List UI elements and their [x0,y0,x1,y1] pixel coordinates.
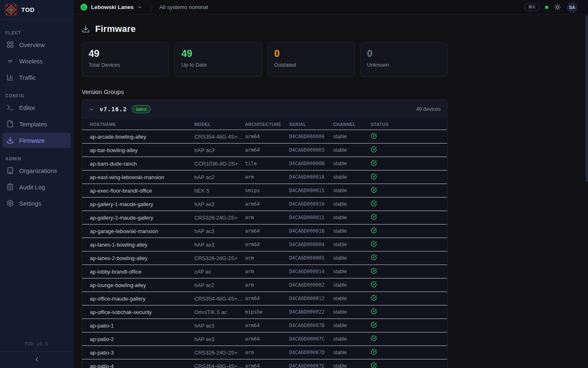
cell-serial: D4CA6D00007D [289,350,333,355]
cell-architecture: arm [245,282,289,288]
cell-status [371,349,447,357]
sidebar-item-wireless[interactable]: Wireless [2,53,71,69]
sidebar-item-overview[interactable]: Overview [2,37,71,52]
topbar-divider [151,4,151,11]
command-palette-shortcut[interactable]: ⌘K [524,3,539,11]
cell-model: hAP ac3 [194,228,245,234]
cell-serial: D4CA6D000014 [289,269,333,274]
table-row[interactable]: ap-patio-2hAP ax3arm64D4CA6D00007Cstable [82,332,447,346]
sidebar-item-settings[interactable]: Settings [2,195,71,211]
cell-architecture: arm64 [245,296,289,301]
cell-serial: D4CA6D00007E [289,363,333,368]
table-row[interactable]: ap-lounge-bowling-alleyhAP ac2armD4CA6D0… [82,278,447,292]
table-row[interactable]: ap-exec-floor-brandt-officehEX SsmipsD4C… [82,184,447,197]
theme-toggle-sun-icon[interactable] [554,4,561,11]
terminal-icon [7,104,14,111]
app-root: TOD FLEETOverviewWirelessTrafficCONFIGEd… [0,0,588,368]
sidebar-item-templates[interactable]: Templates [2,116,71,132]
table-row[interactable]: ap-patio-4CRS354-48G-4S+…arm64D4CA6D0000… [82,359,447,368]
version-group-header[interactable]: v7.16.2 latest 49 devices [82,100,447,119]
gear-icon [7,200,14,207]
sidebar-item-label: Templates [19,121,47,128]
table-row[interactable]: ap-gallery-2-maude-galleryCRS326-24G-2S+… [82,211,447,224]
cell-architecture: arm [245,215,289,220]
section-title: Version Groups [82,88,448,95]
sidebar-section-label-config: CONFIG [0,93,73,98]
cell-status [371,187,447,195]
column-header-serial: SERIAL [289,122,333,127]
table-row[interactable]: ap-garage-lebowski-mansionhAP ac3arm64D4… [82,224,447,238]
table-row[interactable]: ap-barn-dude-ranchCCR1036-8G-2S+tileD4CA… [82,157,447,170]
cell-status [371,268,447,276]
user-avatar[interactable]: SA [567,2,577,13]
org-switcher[interactable]: L Lebowski Lanes [80,4,143,11]
column-header-model: MODEL [194,122,245,127]
sidebar-item-organizations[interactable]: Organizations [2,163,71,178]
cell-model: hAP ax3 [194,242,245,248]
table-row[interactable]: ap-office-maude-galleryCRS354-48G-4S+…ar… [82,292,447,305]
scrollbar[interactable] [586,15,588,182]
column-header-channel: CHANNEL [333,122,371,127]
cell-hostname: ap-office-maude-gallery [90,296,194,302]
table-row[interactable]: ap-patio-3CRS326-24G-2S+armD4CA6D00007Ds… [82,346,447,359]
sidebar-item-label: Traffic [19,74,36,81]
sidebar-item-audit-log[interactable]: Audit Log [2,179,71,195]
cell-architecture: tile [245,161,289,166]
page-content: Firmware 49Total Devices49Up to Date0Out… [74,15,448,368]
sidebar-section-label-fleet: FLEET [0,30,73,35]
stat-value: 0 [367,48,441,60]
table-row[interactable]: ap-office-sobchak-securityOmniTIK 5 acmi… [82,305,447,319]
table-row[interactable]: ap-arcade-bowling-alleyCRS354-48G-4S+…ar… [82,130,447,143]
cell-hostname: ap-patio-2 [90,336,194,342]
cell-channel: stable [333,309,371,315]
sidebar-section-label-admin: ADMIN [0,156,73,161]
table-row[interactable]: ap-lanes-2-bowling-alleyCRS326-24G-2S+ar… [82,251,447,265]
cell-status [371,160,447,168]
sidebar-item-label: Organizations [19,167,57,174]
cell-channel: stable [333,147,371,153]
table-row[interactable]: ap-lobby-brandt-officecAP acarmD4CA6D000… [82,265,447,278]
status-ok-check-circle-icon [371,160,377,166]
cell-hostname: ap-arcade-bowling-alley [90,134,194,140]
latest-badge: latest [132,105,151,113]
table-row[interactable]: ap-patio-1hAP ac3arm64D4CA6D00007Bstable [82,319,447,332]
status-ok-check-circle-icon [371,241,377,247]
stat-label: Total Devices [89,62,162,68]
stat-card-up-to-date: 49Up to Date [174,42,262,77]
cell-serial: D4CA6D000011 [289,215,333,220]
cell-model: hAP ax3 [194,201,245,207]
table-row[interactable]: ap-east-wing-lebowski-mansionhAP ac2armD… [82,170,447,184]
cell-hostname: ap-lanes-2-bowling-alley [90,255,194,261]
cell-model: CCR1036-8G-2S+ [194,161,245,167]
cell-status [371,241,447,249]
cell-architecture: arm64 [245,363,289,368]
stat-value: 0 [274,48,348,60]
brand[interactable]: TOD [0,0,73,20]
stat-label: Up to Date [181,62,255,68]
cell-status [371,227,447,235]
sidebar-item-firmware[interactable]: Firmware [2,132,71,148]
chevron-down-icon[interactable] [89,106,95,112]
sidebar-item-label: Wireless [19,58,43,65]
cell-serial: D4CA6D00000B [289,161,333,166]
table-header-row: HOSTNAMEMODELARCHITECTURESERIALCHANNELST… [82,119,447,130]
brand-name: TOD [21,6,35,13]
cell-status [371,200,447,208]
cell-architecture: arm64 [245,147,289,153]
sidebar-item-label: Audit Log [19,184,45,191]
sidebar-item-editor[interactable]: Editor [2,100,71,115]
cell-channel: stable [333,350,371,355]
sidebar-item-traffic[interactable]: Traffic [2,70,71,85]
table-row[interactable]: ap-bar-bowling-alleyhAP ac3arm64D4CA6D00… [82,143,447,157]
table-row[interactable]: ap-lanes-1-bowling-alleyhAP ax3arm64D4CA… [82,238,447,251]
cell-hostname: ap-gallery-2-maude-gallery [90,215,194,221]
stat-value: 49 [89,48,162,60]
building-icon [7,167,14,174]
sidebar-collapse-button[interactable] [0,351,73,368]
stats-grid: 49Total Devices49Up to Date0Outdated0Unk… [82,42,448,77]
cell-model: CRS354-48G-4S+… [194,134,245,140]
cell-model: cAP ac [194,269,245,275]
chevron-left-icon [33,356,40,363]
cell-hostname: ap-barn-dude-ranch [90,161,194,167]
table-row[interactable]: ap-gallery-1-maude-galleryhAP ax3arm64D4… [82,197,447,211]
